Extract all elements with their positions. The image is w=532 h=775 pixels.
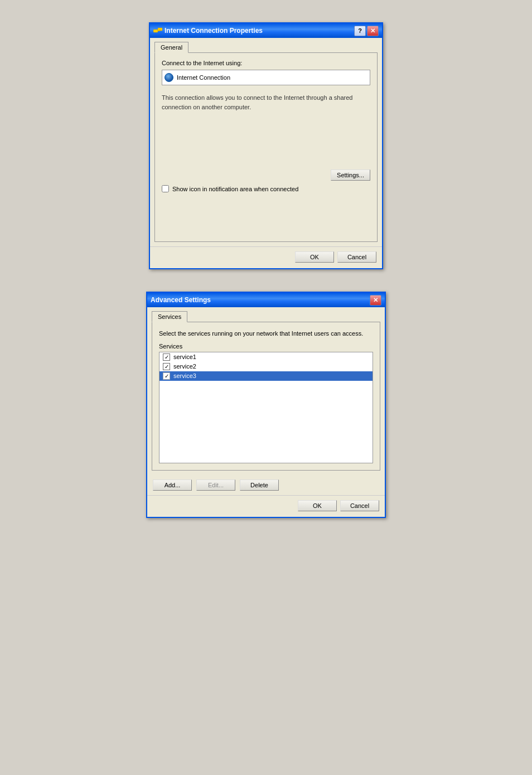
icp-dialog: Internet Connection Properties ? ✕ Gener… [149, 22, 383, 269]
adv-dialog: Advanced Settings ✕ Services Select the … [146, 292, 386, 518]
icp-spacer [162, 119, 370, 169]
icp-connection-listbox[interactable]: Internet Connection [162, 70, 370, 85]
icp-title-text: Internet Connection Properties [165, 27, 263, 35]
icp-titlebar-buttons: ? ✕ [354, 26, 379, 36]
icp-description-text: This connection allows you to connect to… [162, 93, 370, 112]
icp-help-button[interactable]: ? [354, 26, 366, 36]
adv-action-buttons: Add... Edit... Delete [147, 475, 385, 495]
settings-button[interactable]: Settings... [331, 169, 370, 181]
tab-services[interactable]: Services [152, 311, 187, 322]
adv-cancel-button[interactable]: Cancel [340, 500, 379, 511]
icp-titlebar-left: Internet Connection Properties [153, 26, 263, 35]
adv-content-area: Select the services running on your netw… [152, 322, 380, 471]
adv-close-button[interactable]: ✕ [370, 295, 381, 306]
adv-footer: OK Cancel [147, 495, 385, 517]
add-button[interactable]: Add... [153, 479, 192, 491]
icp-settings-row: Settings... [162, 169, 370, 181]
icp-tab-bar: General [150, 38, 382, 52]
adv-services-heading: Services [159, 343, 373, 350]
service1-checkbox[interactable] [163, 353, 170, 361]
list-item[interactable]: service3 [159, 371, 373, 381]
icp-connect-label: Connect to the Internet using: [162, 60, 370, 66]
service1-label: service1 [173, 353, 196, 360]
delete-button[interactable]: Delete [240, 479, 279, 491]
edit-button[interactable]: Edit... [196, 479, 235, 491]
tab-general[interactable]: General [154, 42, 188, 53]
service3-checkbox[interactable] [163, 372, 170, 380]
services-list: service1 service2 service3 [159, 352, 373, 463]
adv-titlebar: Advanced Settings ✕ [147, 293, 385, 307]
icp-content-area: Connect to the Internet using: Internet … [154, 52, 378, 242]
service3-label: service3 [173, 372, 196, 379]
svg-rect-0 [153, 30, 158, 32]
connection-icon [165, 73, 173, 82]
icp-footer: OK Cancel [150, 246, 382, 268]
adv-titlebar-buttons: ✕ [370, 295, 381, 306]
icp-title-icon [153, 26, 162, 35]
adv-titlebar-left: Advanced Settings [151, 296, 211, 304]
list-item[interactable]: service2 [159, 362, 373, 371]
service2-checkbox[interactable] [163, 363, 170, 370]
adv-ok-button[interactable]: OK [298, 500, 337, 511]
adv-tab-bar: Services [147, 307, 385, 322]
icp-titlebar: Internet Connection Properties ? ✕ [150, 23, 382, 38]
icp-cancel-button[interactable]: Cancel [337, 251, 376, 263]
list-item[interactable]: service1 [159, 352, 373, 362]
icp-connection-name: Internet Connection [177, 74, 230, 81]
show-icon-checkbox[interactable] [162, 185, 169, 192]
adv-description: Select the services running on your netw… [159, 329, 373, 338]
service2-label: service2 [173, 363, 196, 370]
icp-ok-button[interactable]: OK [295, 251, 334, 263]
icp-show-icon-label: Show icon in notification area when conn… [172, 186, 298, 192]
adv-title-text: Advanced Settings [151, 296, 211, 304]
icp-checkbox-row: Show icon in notification area when conn… [162, 185, 370, 192]
icp-close-button[interactable]: ✕ [367, 26, 379, 36]
